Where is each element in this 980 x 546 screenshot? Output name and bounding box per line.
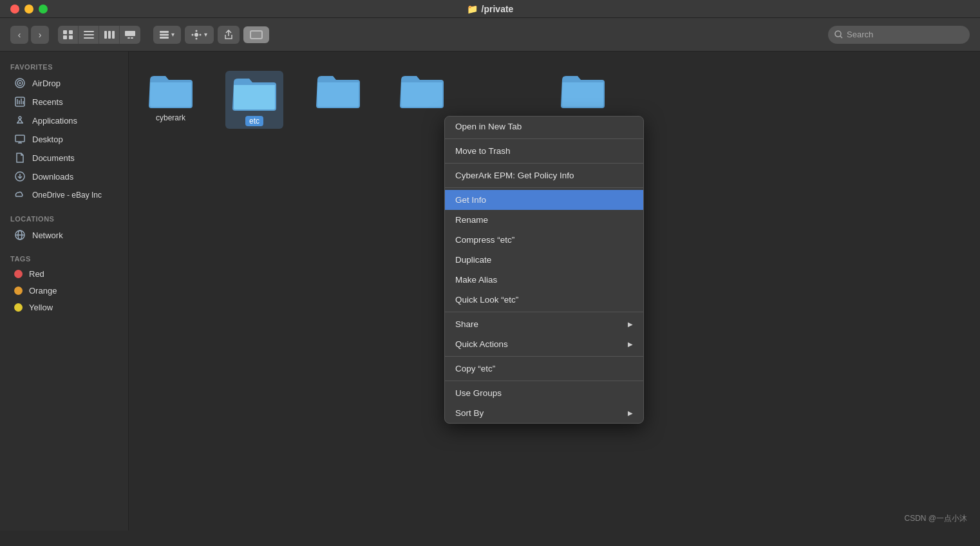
search-placeholder: Search <box>847 30 873 39</box>
sort-by-arrow-icon: ▶ <box>628 410 633 417</box>
folder-4[interactable] <box>393 71 451 129</box>
tag-button[interactable] <box>243 26 269 43</box>
red-tag-dot <box>14 270 23 278</box>
close-button[interactable] <box>10 5 19 14</box>
svg-rect-9 <box>112 31 115 39</box>
downloads-icon <box>14 171 26 182</box>
sidebar-item-airdrop[interactable]: AirDrop <box>4 74 124 92</box>
svg-point-18 <box>196 37 198 39</box>
tags-section-header: Tags <box>0 251 128 265</box>
context-menu-use-groups[interactable]: Use Groups <box>445 383 643 403</box>
group-view-button[interactable]: ▾ <box>153 26 181 44</box>
applications-label: Applications <box>32 116 77 126</box>
share-button[interactable] <box>218 26 240 44</box>
sidebar-item-desktop[interactable]: Desktop <box>4 130 124 148</box>
toolbar: ‹ › ▾ ▾ Search <box>0 18 980 52</box>
folder-var-icon <box>560 71 606 109</box>
context-menu-open-new-tab[interactable]: Open in New Tab <box>445 117 643 136</box>
folder-3-icon <box>315 71 361 109</box>
sidebar-item-red[interactable]: Red <box>4 266 124 282</box>
svg-point-31 <box>19 117 21 119</box>
orange-tag-dot <box>14 287 23 295</box>
desktop-label: Desktop <box>32 135 63 144</box>
documents-icon <box>14 152 26 164</box>
window-title: 📁 /private <box>467 4 514 14</box>
folder-etc-icon <box>231 73 278 112</box>
main-layout: Favorites AirDrop Recents Applications D… <box>0 52 980 531</box>
context-menu-cyberark-policy[interactable]: CyberArk EPM: Get Policy Info <box>445 165 643 185</box>
airdrop-icon <box>14 77 26 89</box>
svg-line-32 <box>17 119 20 123</box>
sidebar-item-downloads[interactable]: Downloads <box>4 167 124 185</box>
minimize-button[interactable] <box>24 5 33 14</box>
context-menu: Open in New Tab Move to Trash CyberArk E… <box>444 116 644 424</box>
svg-rect-6 <box>84 37 94 39</box>
context-menu-divider-6 <box>445 381 643 381</box>
context-menu-quick-actions[interactable]: Quick Actions ▶ <box>445 334 643 354</box>
search-bar[interactable]: Search <box>828 26 970 44</box>
forward-button[interactable]: › <box>31 26 49 44</box>
sidebar-item-onedrive[interactable]: OneDrive - eBay Inc <box>4 186 124 204</box>
svg-rect-2 <box>63 35 67 39</box>
context-menu-share[interactable]: Share ▶ <box>445 314 643 334</box>
sidebar-item-documents[interactable]: Documents <box>4 149 124 167</box>
context-menu-move-to-trash[interactable]: Move to Trash <box>445 141 643 161</box>
svg-rect-12 <box>131 37 133 39</box>
context-menu-rename[interactable]: Rename <box>445 210 643 230</box>
context-menu-make-alias[interactable]: Make Alias <box>445 270 643 290</box>
svg-rect-8 <box>108 31 111 39</box>
folder-cyberark-label: cyberark <box>156 113 185 122</box>
sidebar-item-applications[interactable]: Applications <box>4 111 124 129</box>
list-view-button[interactable] <box>79 26 99 44</box>
context-menu-duplicate[interactable]: Duplicate <box>445 250 643 270</box>
title-text: /private <box>482 4 514 14</box>
sidebar-item-orange[interactable]: Orange <box>4 283 124 299</box>
svg-rect-0 <box>63 30 67 34</box>
folder-etc-label: etc <box>245 116 263 126</box>
svg-point-25 <box>19 82 21 84</box>
svg-rect-5 <box>84 34 94 35</box>
svg-rect-13 <box>160 31 169 33</box>
svg-rect-10 <box>125 31 135 36</box>
svg-point-17 <box>196 30 198 32</box>
folder-cyberark[interactable]: cyberark <box>142 71 200 129</box>
context-menu-divider-4 <box>445 312 643 312</box>
action-button[interactable]: ▾ <box>185 26 214 44</box>
maximize-button[interactable] <box>39 5 48 14</box>
context-menu-quick-look[interactable]: Quick Look “etc” <box>445 290 643 310</box>
airdrop-label: AirDrop <box>32 79 61 88</box>
context-menu-copy[interactable]: Copy “etc” <box>445 359 643 379</box>
recents-icon <box>14 96 26 108</box>
back-button[interactable]: ‹ <box>10 26 28 44</box>
sidebar-item-recents[interactable]: Recents <box>4 93 124 111</box>
onedrive-label: OneDrive - eBay Inc <box>32 191 102 200</box>
svg-rect-14 <box>160 33 169 35</box>
svg-line-22 <box>840 36 842 38</box>
sidebar-item-network[interactable]: Network <box>4 226 124 244</box>
locations-section-header: Locations <box>0 211 128 225</box>
svg-rect-11 <box>127 37 130 39</box>
network-icon <box>14 229 26 241</box>
context-menu-divider-2 <box>445 163 643 164</box>
context-menu-compress[interactable]: Compress “etc” <box>445 230 643 250</box>
context-menu-sort-by[interactable]: Sort By ▶ <box>445 403 643 423</box>
context-menu-divider-1 <box>445 138 643 139</box>
watermark: CSDN @一点小沐 <box>904 513 967 524</box>
svg-point-19 <box>192 33 194 35</box>
gallery-view-button[interactable] <box>120 26 140 44</box>
icon-view-button[interactable] <box>58 26 79 44</box>
orange-tag-label: Orange <box>29 286 57 296</box>
desktop-icon <box>14 133 26 145</box>
network-label: Network <box>32 231 63 240</box>
yellow-tag-dot <box>14 303 23 312</box>
view-mode-group <box>58 26 140 44</box>
svg-rect-15 <box>160 37 169 39</box>
yellow-tag-label: Yellow <box>29 303 53 312</box>
svg-rect-1 <box>69 30 73 34</box>
svg-line-33 <box>20 119 23 123</box>
sidebar-item-yellow[interactable]: Yellow <box>4 299 124 315</box>
folder-3[interactable] <box>309 71 367 129</box>
context-menu-get-info[interactable]: Get Info <box>445 190 643 210</box>
column-view-button[interactable] <box>99 26 120 44</box>
folder-etc[interactable]: etc <box>225 71 283 129</box>
